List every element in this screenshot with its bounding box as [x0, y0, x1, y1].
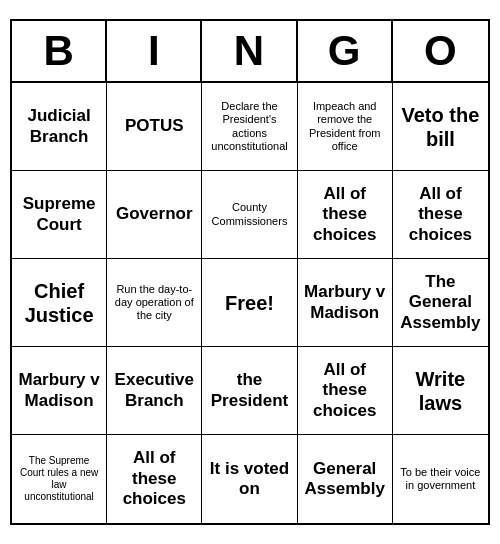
bingo-cell-23: General Assembly: [298, 435, 393, 523]
bingo-cell-22: It is voted on: [202, 435, 297, 523]
bingo-cell-8: All of these choices: [298, 171, 393, 259]
bingo-cell-5: Supreme Court: [12, 171, 107, 259]
bingo-card: BINGO Judicial BranchPOTUSDeclare the Pr…: [10, 19, 490, 525]
bingo-cell-2: Declare the President's actions unconsti…: [202, 83, 297, 171]
bingo-letter-i: I: [107, 21, 202, 81]
bingo-letter-o: O: [393, 21, 488, 81]
bingo-cell-10: Chief Justice: [12, 259, 107, 347]
bingo-cell-7: County Commissioners: [202, 171, 297, 259]
bingo-cell-11: Run the day-to-day operation of the city: [107, 259, 202, 347]
bingo-cell-6: Governor: [107, 171, 202, 259]
bingo-header: BINGO: [12, 21, 488, 83]
bingo-letter-g: G: [298, 21, 393, 81]
bingo-letter-b: B: [12, 21, 107, 81]
bingo-cell-21: All of these choices: [107, 435, 202, 523]
bingo-letter-n: N: [202, 21, 297, 81]
bingo-cell-1: POTUS: [107, 83, 202, 171]
bingo-cell-4: Veto the bill: [393, 83, 488, 171]
bingo-cell-9: All of these choices: [393, 171, 488, 259]
bingo-cell-18: All of these choices: [298, 347, 393, 435]
bingo-cell-20: The Supreme Court rules a new law uncons…: [12, 435, 107, 523]
bingo-cell-16: Executive Branch: [107, 347, 202, 435]
bingo-cell-0: Judicial Branch: [12, 83, 107, 171]
bingo-cell-24: To be their voice in government: [393, 435, 488, 523]
bingo-cell-19: Write laws: [393, 347, 488, 435]
bingo-cell-14: The General Assembly: [393, 259, 488, 347]
bingo-cell-3: Impeach and remove the President from of…: [298, 83, 393, 171]
bingo-cell-17: the President: [202, 347, 297, 435]
bingo-cell-15: Marbury v Madison: [12, 347, 107, 435]
bingo-cell-12: Free!: [202, 259, 297, 347]
bingo-cell-13: Marbury v Madison: [298, 259, 393, 347]
bingo-grid: Judicial BranchPOTUSDeclare the Presiden…: [12, 83, 488, 523]
